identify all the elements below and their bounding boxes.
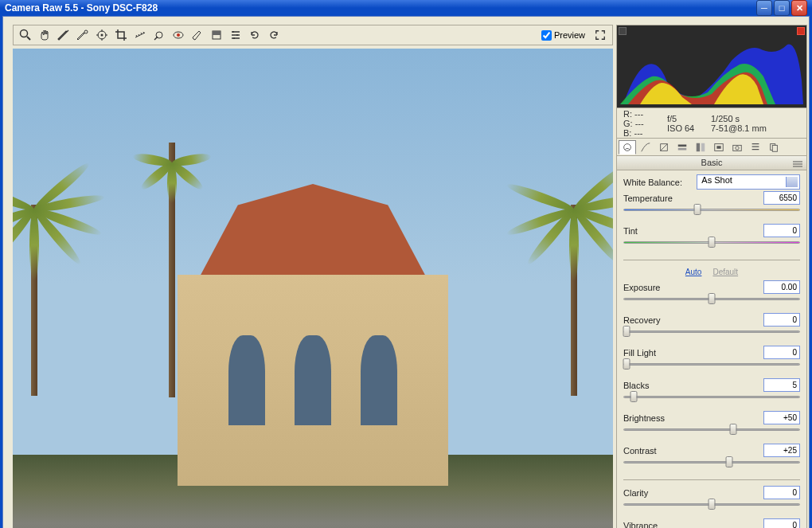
tab-presets[interactable] xyxy=(747,140,764,154)
svg-point-10 xyxy=(232,31,234,33)
svg-point-0 xyxy=(21,30,28,37)
svg-rect-16 xyxy=(697,143,700,151)
clarity-input[interactable] xyxy=(763,486,800,499)
zoom-tool-icon[interactable] xyxy=(17,26,34,44)
svg-rect-23 xyxy=(772,145,777,151)
recovery-input[interactable] xyxy=(763,313,800,327)
window: Camera Raw 5.5 - Sony DSC-F828 ─ □ ✕ xyxy=(0,0,812,528)
window-title: Camera Raw 5.5 - Sony DSC-F828 xyxy=(5,2,158,14)
svg-line-1 xyxy=(27,37,30,40)
lens: 7-51@8.1 mm xyxy=(711,123,767,133)
tab-lens[interactable] xyxy=(710,140,728,154)
histogram[interactable] xyxy=(616,25,807,108)
vibrance-input[interactable] xyxy=(763,518,800,528)
redeye-tool-icon[interactable] xyxy=(170,26,187,44)
preview-checkbox[interactable] xyxy=(541,30,552,41)
panel-menu-icon[interactable] xyxy=(792,158,803,166)
exposure-slider[interactable] xyxy=(623,296,800,301)
spot-removal-icon[interactable] xyxy=(150,26,168,44)
exposure-input[interactable] xyxy=(763,280,800,294)
tab-hsl[interactable] xyxy=(673,140,691,154)
svg-point-4 xyxy=(101,34,103,37)
filllight-input[interactable] xyxy=(763,346,800,359)
shadow-clip-icon[interactable] xyxy=(619,27,627,35)
highlight-clip-icon[interactable] xyxy=(797,27,805,35)
svg-point-2 xyxy=(84,30,88,33)
recovery-slider[interactable] xyxy=(623,329,800,334)
svg-point-7 xyxy=(177,33,180,37)
straighten-tool-icon[interactable] xyxy=(131,26,149,44)
svg-rect-15 xyxy=(678,147,687,150)
rotate-ccw-icon[interactable] xyxy=(246,26,264,44)
rotate-cw-icon[interactable] xyxy=(265,26,283,44)
contrast-input[interactable] xyxy=(763,444,800,457)
default-link[interactable]: Default xyxy=(712,268,738,276)
brightness-slider[interactable] xyxy=(623,427,800,432)
right-pane: R: --- G: --- B: --- f/5 ISO 64 1/250 s … xyxy=(616,25,807,528)
contrast-slider[interactable] xyxy=(623,460,800,464)
adjustment-brush-icon[interactable] xyxy=(189,26,206,44)
crop-tool-icon[interactable] xyxy=(112,26,130,44)
svg-point-21 xyxy=(736,146,739,149)
tint-input[interactable] xyxy=(763,224,800,237)
svg-point-12 xyxy=(233,37,235,39)
color-sampler-icon[interactable] xyxy=(74,26,92,44)
svg-rect-9 xyxy=(213,31,221,35)
hand-tool-icon[interactable] xyxy=(36,26,53,44)
temperature-slider[interactable] xyxy=(623,207,800,212)
close-button[interactable]: ✕ xyxy=(791,0,807,16)
panel-tabs xyxy=(616,139,807,156)
image-preview[interactable] xyxy=(13,49,613,528)
shutter: 1/250 s xyxy=(711,114,767,123)
basic-panel: White Balance: As Shot Temperature Tint … xyxy=(616,170,807,528)
tab-curve[interactable] xyxy=(637,140,654,154)
svg-rect-14 xyxy=(678,144,687,147)
minimize-button[interactable]: ─ xyxy=(756,0,772,16)
tint-slider[interactable] xyxy=(623,240,800,244)
tab-basic[interactable] xyxy=(619,140,636,154)
iso: ISO 64 xyxy=(667,123,711,133)
temperature-input[interactable] xyxy=(763,191,800,205)
filllight-slider[interactable] xyxy=(623,362,800,366)
tab-detail[interactable] xyxy=(655,140,673,154)
fullscreen-icon[interactable] xyxy=(591,26,609,44)
prefs-icon[interactable] xyxy=(227,26,244,44)
graduated-filter-icon[interactable] xyxy=(208,26,225,44)
exif-info: R: --- G: --- B: --- f/5 ISO 64 1/250 s … xyxy=(616,108,807,139)
client-area: Preview xyxy=(2,16,810,528)
titlebar[interactable]: Camera Raw 5.5 - Sony DSC-F828 ─ □ ✕ xyxy=(0,0,812,16)
preview-label: Preview xyxy=(554,30,585,40)
blacks-slider[interactable] xyxy=(623,394,800,399)
svg-rect-17 xyxy=(701,143,705,151)
wb-tool-icon[interactable] xyxy=(55,26,72,44)
tab-snapshots[interactable] xyxy=(765,140,783,154)
svg-rect-19 xyxy=(716,146,720,149)
target-adjust-icon[interactable] xyxy=(93,26,111,44)
tab-split[interactable] xyxy=(692,140,709,154)
tab-camera[interactable] xyxy=(728,140,746,154)
left-pane: Preview xyxy=(13,25,613,528)
svg-point-11 xyxy=(236,34,238,36)
panel-title: Basic xyxy=(616,156,807,170)
toolbar: Preview xyxy=(13,25,613,45)
aperture: f/5 xyxy=(667,114,711,123)
blacks-input[interactable] xyxy=(763,378,800,392)
wb-label: White Balance: xyxy=(623,178,693,187)
svg-point-13 xyxy=(624,143,631,151)
maximize-button[interactable]: □ xyxy=(774,0,790,16)
auto-link[interactable]: Auto xyxy=(685,268,702,276)
brightness-input[interactable] xyxy=(763,411,800,424)
wb-select[interactable]: As Shot xyxy=(697,174,800,190)
clarity-slider[interactable] xyxy=(623,502,800,506)
